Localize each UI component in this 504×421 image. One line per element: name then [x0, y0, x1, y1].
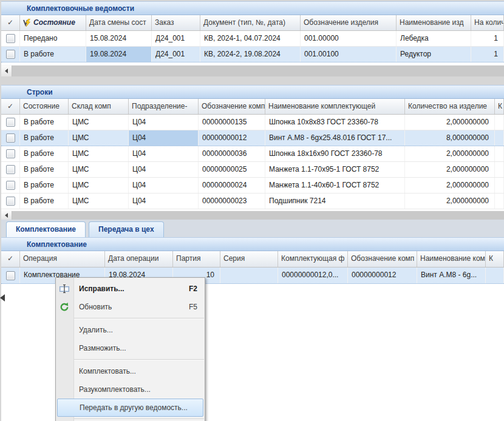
row-checkbox[interactable] — [6, 271, 15, 280]
column-header-komp-f[interactable]: Комплектующая ф — [278, 251, 348, 267]
column-header-seriya[interactable]: Серия — [220, 251, 278, 267]
table-row[interactable]: В работе ЦМС Ц04 00000000023 Подшипник 7… — [1, 194, 504, 209]
row-checkbox[interactable] — [6, 133, 15, 143]
cell-qty: 2,000000000 — [405, 178, 495, 193]
column-header-qty[interactable]: На колич — [471, 15, 504, 30]
column-header-designation[interactable]: Обозначение изделия — [301, 15, 397, 30]
menu-separator — [56, 359, 204, 360]
column-header-date[interactable]: Дата смены сост — [86, 15, 152, 30]
menu-item-razukomplektovat[interactable]: Разукомплектовать... — [56, 380, 205, 399]
cell-oboznach: 00000000024 — [199, 178, 265, 193]
cell-extra — [495, 194, 504, 209]
scroll-left-button[interactable] — [1, 66, 12, 76]
column-header-extra[interactable]: К — [486, 251, 504, 267]
cell-name: Лебедка — [397, 31, 471, 46]
cell-naimen: Манжета 1.1-70x95-1 ГОСТ 8752 — [265, 162, 405, 177]
table-row-selected[interactable]: В работе 19.08.2024 Д24_001 КВ, 2024-2, … — [1, 47, 504, 62]
cell-qty: 2,000000000 — [405, 162, 495, 177]
table-row[interactable]: Передано 15.08.2024 Д24_001 КВ, 2024-1, … — [1, 31, 504, 47]
column-header-oboznach[interactable]: Обозначение компле — [199, 99, 265, 114]
menu-item-obnovit[interactable]: Обновить F5 — [56, 298, 205, 316]
cell-podrazd: Ц04 — [129, 194, 199, 209]
column-header-name[interactable]: Наименование изд — [397, 15, 471, 30]
menu-item-shortcut: F2 — [189, 285, 197, 293]
select-all-header[interactable]: ✓ — [1, 251, 20, 267]
menu-item-label: Разукомплектовать... — [79, 385, 197, 394]
row-checkbox[interactable] — [6, 197, 15, 206]
scroll-left-arrow-icon[interactable] — [0, 294, 5, 301]
menu-item-razmnozhit[interactable]: Размножить... — [56, 339, 205, 357]
select-all-header[interactable]: ✓ — [1, 99, 20, 114]
column-header-order[interactable]: Заказ — [152, 15, 200, 30]
cell-komp-f: 00000000012,0... — [278, 268, 348, 283]
cell-state: В работе — [20, 146, 69, 161]
komplekt-header-row: ✓ Операция Дата операции Партия Серия Ко… — [1, 251, 504, 268]
column-header-op[interactable]: Операция — [20, 251, 105, 267]
tab-bar: Комплектование Передача в цех — [1, 220, 504, 237]
column-header-state[interactable]: Состояние — [20, 99, 69, 114]
column-header-doc[interactable]: Документ (тип, №, дата) — [200, 15, 301, 30]
cell-extra — [495, 178, 504, 193]
table-row[interactable]: В работе ЦМС Ц04 00000000025 Манжета 1.1… — [1, 162, 504, 178]
menu-item-label: Исправить... — [79, 285, 184, 293]
horizontal-scrollbar[interactable] — [1, 210, 504, 220]
cell-qty: 1 — [471, 47, 504, 62]
cell-state: В работе — [20, 115, 69, 130]
cell-order: Д24_001 — [152, 47, 200, 62]
select-all-header[interactable]: ✓ — [1, 15, 20, 30]
column-header-qty[interactable]: Количество на изделие — [405, 99, 495, 114]
column-header-oboznach[interactable]: Обозначение комп — [348, 251, 417, 267]
cell-extra — [495, 146, 504, 161]
scrollbar-thumb[interactable] — [12, 211, 504, 220]
column-header-sklad[interactable]: Склад комп — [69, 99, 129, 114]
tab-peredacha-v-ceh[interactable]: Передача в цех — [89, 221, 164, 238]
column-header-naimen[interactable]: Наименование ком — [417, 251, 486, 267]
column-header-partiya[interactable]: Партия — [173, 251, 220, 267]
cell-name: Редуктор — [397, 47, 471, 62]
menu-item-shortcut: F5 — [189, 303, 197, 311]
cell-podrazd-focused: Ц04 — [129, 130, 199, 146]
cell-extra — [495, 130, 504, 146]
cell-sklad: ЦМС — [69, 178, 129, 193]
column-header-extra[interactable]: К — [495, 99, 504, 114]
column-header-date[interactable]: Дата операции — [105, 251, 173, 267]
row-checkbox[interactable] — [6, 181, 15, 190]
cell-sklad: ЦМС — [69, 162, 129, 177]
column-header-naimen[interactable]: Наименование комплектующей — [265, 99, 405, 114]
stroki-header-row: ✓ Состояние Склад комп Подразделение- Об… — [1, 99, 504, 115]
menu-item-label: Передать в другую ведомость... — [80, 403, 196, 412]
cell-date: 15.08.2024 — [86, 31, 152, 46]
cell-oboznach: 00000000023 — [199, 194, 265, 209]
row-checkbox[interactable] — [6, 34, 15, 43]
cell-naimen: Шпонка 10x8x83 ГОСТ 23360-78 — [265, 115, 405, 130]
scrollbar-thumb[interactable] — [12, 66, 504, 76]
menu-separator — [56, 318, 204, 319]
row-checkbox[interactable] — [6, 149, 15, 158]
cell-qty: 2,000000000 — [405, 146, 495, 161]
cell-state: В работе — [20, 194, 69, 209]
cell-oboznach: 00000000012 — [199, 130, 265, 146]
horizontal-scrollbar[interactable] — [1, 65, 504, 76]
menu-item-komplektovat[interactable]: Комплектовать... — [56, 362, 205, 380]
column-header-podrazd[interactable]: Подразделение- — [129, 99, 199, 114]
table-row[interactable]: В работе ЦМС Ц04 00000000135 Шпонка 10x8… — [1, 115, 504, 130]
cell-podrazd: Ц04 — [129, 115, 199, 130]
table-row[interactable]: В работе ЦМС Ц04 00000000036 Шпонка 18x1… — [1, 146, 504, 162]
table-row[interactable]: В работе ЦМС Ц04 00000000024 Манжета 1.1… — [1, 178, 504, 194]
menu-item-peredat-v-druguyu-vedomost[interactable]: Передать в другую ведомость... — [57, 399, 203, 417]
row-checkbox[interactable] — [6, 118, 15, 127]
tab-komplektovanie[interactable]: Комплектование — [6, 221, 86, 238]
menu-item-label: Размножить... — [79, 344, 197, 352]
cell-designation: 001.00000 — [301, 31, 397, 46]
menu-item-label: Комплектовать... — [79, 367, 197, 376]
column-header-state[interactable]: Состояние — [20, 15, 86, 30]
row-checkbox[interactable] — [6, 165, 15, 174]
row-checkbox[interactable] — [6, 50, 15, 59]
panel-vedomosti: Комплектовочные ведомости ✓ Состояние Да… — [1, 1, 504, 76]
scroll-left-button[interactable] — [1, 211, 12, 220]
table-row-selected[interactable]: В работе ЦМС Ц04 00000000012 Винт А.М8 -… — [1, 130, 504, 146]
menu-item-ispravit[interactable]: Исправить... F2 — [56, 280, 205, 298]
cell-qty: 2,000000000 — [405, 194, 495, 209]
menu-item-udalit[interactable]: Удалить... — [56, 321, 205, 339]
menu-item-label: Удалить... — [79, 326, 197, 334]
